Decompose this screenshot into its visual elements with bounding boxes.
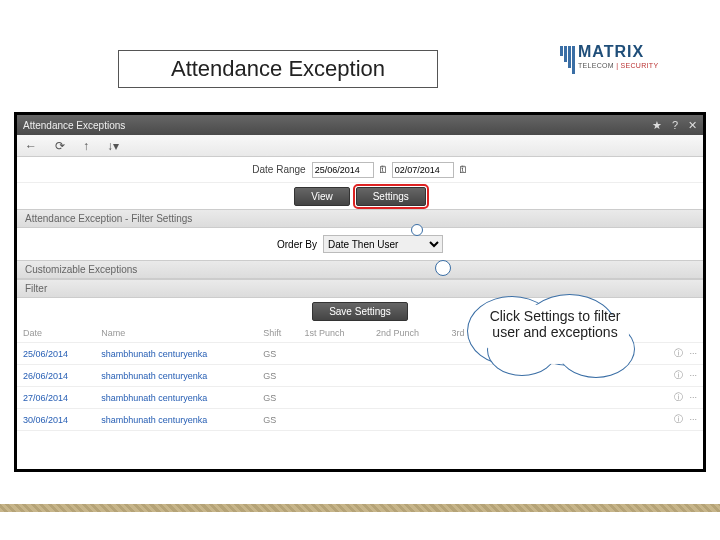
customizable-exceptions-header[interactable]: Customizable Exceptions xyxy=(17,260,703,279)
info-icon[interactable]: ⓘ xyxy=(674,392,683,402)
more-icon[interactable]: ··· xyxy=(689,414,697,424)
up-icon[interactable]: ↑ xyxy=(83,139,89,153)
order-by-select[interactable]: Date Then User xyxy=(323,235,443,253)
more-icon[interactable]: ··· xyxy=(689,392,697,402)
callout-cloud: Click Settings to filter user and except… xyxy=(467,290,642,380)
table-row: 30/06/2014 shambhunath centuryenka GS ⓘ·… xyxy=(17,409,703,431)
col-1st-punch[interactable]: 1st Punch xyxy=(299,324,370,343)
help-icon[interactable]: ? xyxy=(672,119,678,131)
cell-shift: GS xyxy=(257,409,298,431)
settings-button[interactable]: Settings xyxy=(356,187,426,206)
cell-date[interactable]: 30/06/2014 xyxy=(17,409,95,431)
logo-main-text: MATRIX xyxy=(578,44,658,60)
col-2nd-punch[interactable]: 2nd Punch xyxy=(370,324,446,343)
brand-logo: MATRIX TELECOM | SECURITY xyxy=(560,44,690,82)
footer-stripe xyxy=(0,504,720,512)
calendar-icon[interactable]: 🗓 xyxy=(458,164,468,175)
toolbar: ← ⟳ ↑ ↓▾ xyxy=(17,135,703,157)
cell-date[interactable]: 27/06/2014 xyxy=(17,387,95,409)
cell-shift: GS xyxy=(257,343,298,365)
save-settings-button[interactable]: Save Settings xyxy=(312,302,408,321)
logo-sub-text: TELECOM | SECURITY xyxy=(578,62,658,69)
cell-name[interactable]: shambhunath centuryenka xyxy=(95,365,257,387)
cell-name[interactable]: shambhunath centuryenka xyxy=(95,409,257,431)
logo-bars-icon xyxy=(560,46,575,74)
info-icon[interactable]: ⓘ xyxy=(674,348,683,358)
slide-title: Attendance Exception xyxy=(118,50,438,88)
date-range-label: Date Range xyxy=(252,164,305,175)
date-to-input[interactable] xyxy=(392,162,454,178)
cell-shift: GS xyxy=(257,387,298,409)
window-title: Attendance Exceptions xyxy=(23,120,125,131)
date-from-input[interactable] xyxy=(312,162,374,178)
cell-name[interactable]: shambhunath centuryenka xyxy=(95,387,257,409)
down-icon[interactable]: ↓▾ xyxy=(107,139,119,153)
date-range-row: Date Range 🗓 🗓 xyxy=(17,157,703,183)
col-date[interactable]: Date xyxy=(17,324,95,343)
col-name[interactable]: Name xyxy=(95,324,257,343)
cell-shift: GS xyxy=(257,365,298,387)
more-icon[interactable]: ··· xyxy=(689,370,697,380)
info-icon[interactable]: ⓘ xyxy=(674,370,683,380)
cell-name[interactable]: shambhunath centuryenka xyxy=(95,343,257,365)
info-icon[interactable]: ⓘ xyxy=(674,414,683,424)
view-button[interactable]: View xyxy=(294,187,350,206)
col-shift[interactable]: Shift xyxy=(257,324,298,343)
cloud-tail-icon xyxy=(411,224,423,236)
calendar-icon[interactable]: 🗓 xyxy=(378,164,388,175)
filter-settings-header[interactable]: Attendance Exception - Filter Settings xyxy=(17,209,703,228)
order-by-row: Order By Date Then User xyxy=(17,228,703,260)
star-icon[interactable]: ★ xyxy=(652,119,662,132)
window-titlebar: Attendance Exceptions ★ ? ✕ xyxy=(17,115,703,135)
close-icon[interactable]: ✕ xyxy=(688,119,697,132)
callout-text: Click Settings to filter user and except… xyxy=(485,308,625,340)
table-row: 27/06/2014 shambhunath centuryenka GS ⓘ·… xyxy=(17,387,703,409)
cell-date[interactable]: 25/06/2014 xyxy=(17,343,95,365)
order-by-label: Order By xyxy=(277,239,317,250)
back-icon[interactable]: ← xyxy=(25,139,37,153)
cell-date[interactable]: 26/06/2014 xyxy=(17,365,95,387)
refresh-icon[interactable]: ⟳ xyxy=(55,139,65,153)
more-icon[interactable]: ··· xyxy=(689,348,697,358)
cloud-tail-icon xyxy=(435,260,451,276)
